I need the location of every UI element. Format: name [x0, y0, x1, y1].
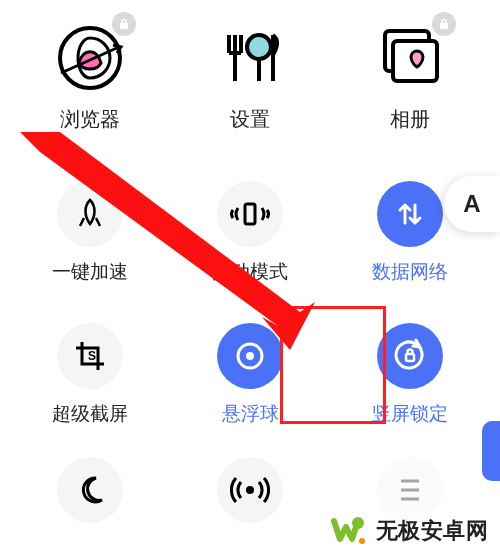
accessibility-button[interactable]: A	[444, 176, 500, 232]
toggle-label: 数据网络	[372, 259, 448, 285]
toggle-night[interactable]	[30, 457, 150, 523]
hotspot-icon	[217, 457, 283, 523]
svg-rect-12	[245, 204, 255, 224]
app-label: 设置	[230, 106, 270, 133]
toggle-hotspot[interactable]	[190, 457, 310, 523]
side-handle[interactable]	[482, 421, 500, 481]
toggle-row: S 超级截屏 悬浮球 竖屏锁定	[0, 323, 500, 427]
svg-rect-2	[120, 23, 128, 29]
toggle-label: 竖屏锁定	[372, 401, 448, 427]
toggle-screenshot[interactable]: S 超级截屏	[30, 323, 150, 427]
svg-rect-16	[406, 354, 414, 361]
svg-point-20	[359, 538, 365, 544]
portrait-lock-icon	[377, 323, 443, 389]
svg-point-15	[246, 352, 254, 360]
watermark: 无极安卓网	[330, 511, 489, 551]
app-label: 相册	[390, 106, 430, 133]
cutlery-icon	[210, 18, 290, 98]
watermark-logo-icon	[330, 511, 370, 551]
data-arrows-icon	[377, 181, 443, 247]
toggle-label: 悬浮球	[222, 401, 279, 427]
toggle-label: 一键加速	[52, 259, 128, 285]
lock-icon	[432, 12, 456, 36]
accessibility-label: A	[463, 190, 480, 218]
toggle-row: 一键加速 振动模式 数据网络	[0, 181, 500, 285]
crop-icon: S	[57, 323, 123, 389]
lock-icon	[112, 12, 136, 36]
toggle-portrait-lock[interactable]: 竖屏锁定	[350, 323, 470, 427]
app-row: 浏览器 设置 相册	[0, 18, 500, 133]
moon-icon	[57, 457, 123, 523]
watermark-text: 无极安卓网	[376, 516, 489, 546]
toggle-vibrate[interactable]: 振动模式	[190, 181, 310, 285]
svg-point-7	[247, 35, 271, 59]
app-browser[interactable]: 浏览器	[30, 18, 150, 133]
svg-text:S: S	[88, 349, 96, 363]
toggle-boost[interactable]: 一键加速	[30, 181, 150, 285]
app-gallery[interactable]: 相册	[350, 18, 470, 133]
browser-icon	[50, 18, 130, 98]
target-icon	[217, 323, 283, 389]
app-label: 浏览器	[60, 106, 120, 133]
app-settings[interactable]: 设置	[190, 18, 310, 133]
gallery-icon	[370, 18, 450, 98]
svg-rect-11	[440, 23, 448, 29]
svg-point-17	[246, 486, 254, 494]
toggle-label: 振动模式	[212, 259, 288, 285]
rocket-icon	[57, 181, 123, 247]
vibrate-icon	[217, 181, 283, 247]
toggle-floatball[interactable]: 悬浮球	[190, 323, 310, 427]
toggle-label: 超级截屏	[52, 401, 128, 427]
